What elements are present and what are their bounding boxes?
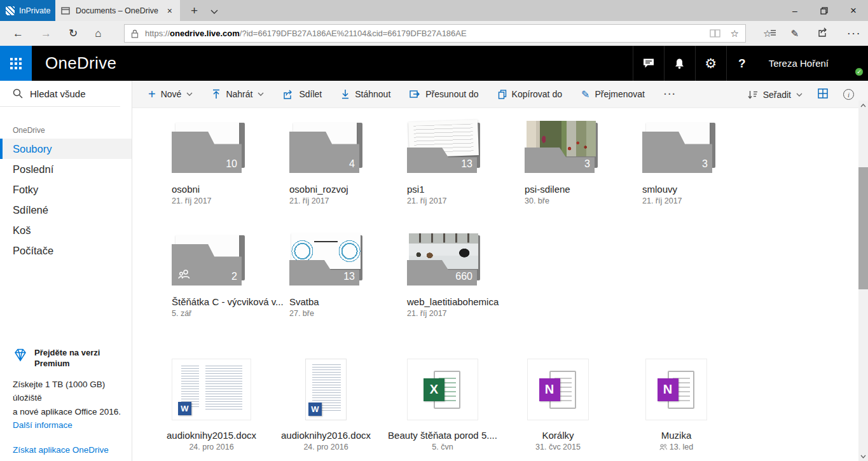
sidebar-item-sdilene[interactable]: Sdílené — [0, 200, 132, 220]
folder-icon: 13 — [407, 120, 480, 174]
folder-date: 27. bře — [289, 309, 314, 318]
favorite-star-icon[interactable]: ☆ — [731, 28, 739, 39]
browser-more-icon[interactable]: ··· — [848, 29, 862, 38]
inprivate-icon — [6, 6, 15, 15]
home-button[interactable]: ⌂ — [95, 27, 101, 40]
folder-name: web_laetitiabohemica — [407, 296, 499, 307]
folder-tile-stenatka[interactable]: 2 Štěňátka C - výcviková v... 5. zář — [172, 232, 289, 318]
sort-button[interactable]: Seřadit — [748, 90, 803, 100]
excel-icon: X — [424, 371, 462, 409]
user-name[interactable]: Tereza Hoření — [769, 58, 829, 69]
notifications-bell-icon[interactable] — [664, 46, 695, 81]
command-bar: +Nové Nahrát Sdílet Stáhnout Přesunout d… — [132, 81, 868, 108]
settings-gear-icon[interactable]: ⚙ — [695, 46, 726, 81]
sidebar-item-kos[interactable]: Koš — [0, 220, 132, 240]
folder-date: 21. říj 2017 — [289, 196, 329, 205]
sidebar-item-fotky[interactable]: Fotky — [0, 179, 132, 200]
get-apps-link[interactable]: Získat aplikace OneDrive — [13, 445, 127, 455]
app-title: OneDrive — [45, 53, 116, 73]
diamond-icon — [13, 348, 28, 362]
file-name: Muzika — [661, 430, 692, 441]
reading-view-icon[interactable] — [710, 29, 720, 38]
folder-tile-psi-sdilene[interactable]: 3 psi-sdilene 30. bře — [525, 120, 642, 205]
onenote-icon: N — [658, 371, 696, 409]
app-launcher-button[interactable] — [0, 46, 32, 81]
shared-people-icon — [659, 444, 667, 450]
search-icon — [13, 88, 23, 99]
folder-icon: 13 — [289, 232, 362, 287]
sidebar-item-pocitace[interactable]: Počítače — [0, 240, 132, 261]
new-tab-button[interactable]: + — [191, 4, 198, 18]
new-button[interactable]: +Nové — [148, 88, 193, 100]
folder-tile-osobni[interactable]: 10 osobni 21. říj 2017 — [172, 120, 289, 205]
onedrive-header: OneDrive ⚙ ? Tereza Hoření ✓ — [0, 46, 868, 81]
onenote-file-thumbnail: N — [527, 359, 589, 420]
tab-close-icon[interactable]: × — [165, 6, 174, 16]
folder-tile-psi1[interactable]: 13 psi1 21. říj 2017 — [407, 120, 525, 205]
word-icon: W — [178, 402, 191, 415]
grid-view-button[interactable] — [818, 88, 828, 100]
browser-navbar: ← → ↻ ⌂ https://onedrive.live.com/?id=66… — [0, 21, 868, 46]
folder-icon: 660 — [407, 232, 480, 287]
scroll-down-icon[interactable] — [858, 451, 868, 461]
sidebar-item-posledni[interactable]: Poslední — [0, 159, 132, 179]
pencil-icon: ✎ — [581, 88, 589, 100]
content-scrollbar[interactable] — [858, 100, 868, 461]
promo-more-link[interactable]: Další informace — [13, 418, 127, 432]
restore-button[interactable] — [809, 0, 839, 21]
forward-button[interactable]: → — [41, 27, 52, 40]
folder-tile-smlouvy[interactable]: 3 smlouvy 21. říj 2017 — [642, 120, 760, 205]
avatar[interactable]: ✓ — [838, 52, 862, 76]
folder-date: 30. bře — [525, 196, 549, 205]
file-tile-koralky[interactable]: N Korálky 31. čvc 2015 — [525, 359, 642, 451]
tab-preview-chevron-icon[interactable] — [210, 5, 218, 17]
search-input[interactable]: Hledat všude — [0, 81, 120, 107]
file-tile-audioknihy2015[interactable]: W audioknihy2015.docx 24. pro 2016 — [172, 359, 289, 451]
browser-tab[interactable]: Documents – OneDrive × — [55, 0, 180, 21]
sidebar-item-soubory[interactable]: Soubory — [0, 139, 132, 159]
address-bar[interactable]: https://onedrive.live.com/?id=66179DFB27… — [124, 24, 746, 43]
share-page-icon[interactable] — [818, 27, 829, 39]
search-placeholder: Hledat všude — [30, 88, 86, 99]
file-tile-muzika[interactable]: N Muzika 13. led — [642, 359, 760, 451]
close-window-button[interactable]: × — [839, 0, 868, 21]
move-to-button[interactable]: Přesunout do — [410, 89, 478, 99]
scroll-up-icon[interactable] — [858, 100, 868, 110]
folder-name: psi-sdilene — [525, 184, 570, 195]
feedback-chat-icon[interactable] — [633, 46, 664, 81]
folder-icon: 10 — [172, 120, 245, 174]
info-button[interactable]: i — [843, 89, 854, 100]
file-date: 31. čvc 2015 — [535, 443, 581, 451]
file-tile-beauty-stenata[interactable]: X Beauty štěňata porod 5.... 5. čvn — [407, 359, 525, 451]
help-icon[interactable]: ? — [726, 46, 757, 81]
excel-file-thumbnail: X — [407, 359, 478, 420]
waffle-icon — [10, 58, 22, 69]
file-date: 13. led — [659, 443, 694, 451]
refresh-button[interactable]: ↻ — [69, 27, 78, 40]
commands-more-button[interactable]: ··· — [664, 89, 677, 99]
folder-tile-web-laetitiabohemica[interactable]: 660 web_laetitiabohemica 21. říj 2017 — [407, 232, 525, 318]
annotate-pen-icon[interactable]: ✎ — [790, 28, 799, 39]
word-document-thumbnail: W — [305, 359, 347, 420]
scrollbar-thumb[interactable] — [858, 167, 868, 289]
file-name: audioknihy2015.docx — [167, 430, 256, 441]
download-icon — [341, 89, 350, 99]
folder-tile-svatba[interactable]: 13 Svatba 27. bře — [289, 232, 407, 318]
shared-people-icon — [178, 270, 191, 282]
folder-name: smlouvy — [642, 184, 677, 195]
file-grid: 10 osobni 21. říj 2017 4 osobni_rozvoj 2… — [132, 108, 868, 451]
tab-title: Documents – OneDrive — [76, 6, 160, 15]
inprivate-badge: InPrivate — [0, 0, 55, 21]
download-button[interactable]: Stáhnout — [341, 89, 390, 99]
folder-date: 21. říj 2017 — [407, 196, 447, 205]
rename-button[interactable]: ✎Přejmenovat — [581, 88, 645, 100]
folder-tile-osobni-rozvoj[interactable]: 4 osobni_rozvoj 21. říj 2017 — [289, 120, 407, 205]
share-button[interactable]: Sdílet — [283, 89, 322, 99]
upload-button[interactable]: Nahrát — [212, 89, 264, 99]
copy-to-button[interactable]: Kopírovat do — [498, 89, 562, 99]
back-button[interactable]: ← — [13, 27, 24, 40]
file-name: Beauty štěňata porod 5.... — [388, 430, 497, 441]
minimize-button[interactable]: – — [780, 0, 809, 21]
folder-icon: 3 — [642, 120, 715, 174]
hub-icon[interactable]: ☆ — [763, 28, 771, 39]
